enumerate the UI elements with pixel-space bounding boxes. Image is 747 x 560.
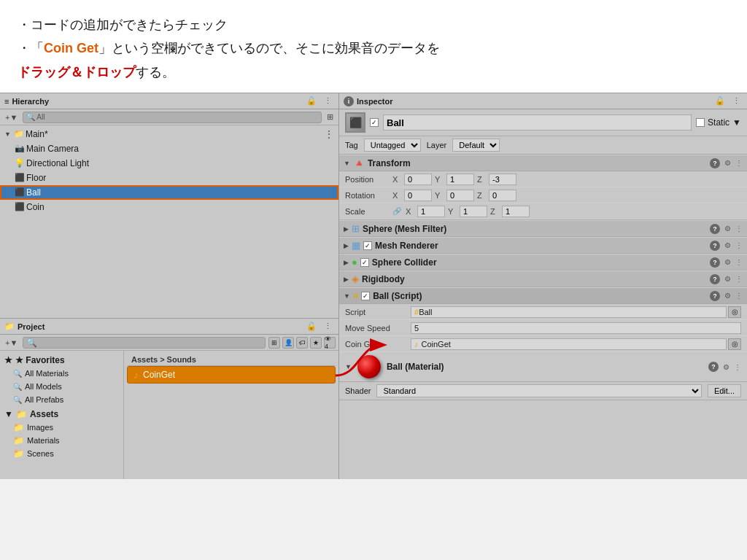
material-more-icon[interactable]: ⋮: [734, 363, 741, 371]
ball-script-header[interactable]: ▼ # Ball (Script) ? ⚙ ⋮: [339, 287, 747, 304]
transform-help-icon[interactable]: ?: [710, 158, 720, 168]
instruction-line3: ドラッグ＆ドロップする。: [18, 61, 729, 84]
transform-more-icon[interactable]: ⋮: [735, 159, 743, 167]
fav-all-materials[interactable]: 🔍 All Materials: [0, 367, 123, 380]
mesh-filter-header[interactable]: ▶ ⊞ Sphere (Mesh Filter) ? ⚙ ⋮: [339, 220, 747, 237]
sphere-collider-checkbox[interactable]: [360, 258, 369, 267]
cube-icon: ⬛: [15, 173, 25, 183]
project-more-icon[interactable]: ⋮: [322, 321, 334, 332]
sphere-collider-title: Sphere Collider: [372, 257, 707, 268]
tag-select[interactable]: Untagged: [364, 139, 421, 152]
mesh-renderer-help-icon[interactable]: ?: [710, 241, 720, 251]
rotation-x[interactable]: [404, 190, 432, 201]
shader-row: Shader Standard Edit...: [339, 382, 747, 400]
item-more-icon[interactable]: ⋮: [324, 128, 334, 140]
hierarchy-item-main-camera[interactable]: 📷 Main Camera: [0, 141, 338, 156]
material-settings-icon[interactable]: ⚙: [723, 363, 729, 371]
star-icon[interactable]: ★: [310, 337, 322, 349]
hierarchy-item-floor[interactable]: ⬛ Floor: [0, 171, 338, 185]
project-lock-icon[interactable]: 🔓: [304, 321, 319, 332]
scale-x[interactable]: [417, 206, 445, 217]
inspector-header: i Inspector 🔓 ⋮: [339, 93, 747, 109]
hierarchy-panel: ≡ Hierarchy 🔓 ⋮ +▼ 🔍 All ⊞ ▼: [0, 93, 338, 319]
assets-materials[interactable]: 📁 Materials: [0, 434, 123, 447]
sphere-collider-more-icon[interactable]: ⋮: [735, 258, 743, 266]
tag-icon[interactable]: 🏷: [296, 337, 308, 349]
move-speed-value[interactable]: 5: [411, 322, 741, 334]
assets-images[interactable]: 📁 Images: [0, 421, 123, 434]
mesh-filter-more-icon[interactable]: ⋮: [735, 225, 743, 233]
mesh-filter-settings-icon[interactable]: ⚙: [724, 225, 731, 233]
layer-label: Layer: [427, 141, 447, 149]
static-label: Static: [708, 117, 729, 128]
hierarchy-more-icon[interactable]: ⋮: [322, 96, 334, 106]
ball-script-checkbox[interactable]: [361, 292, 370, 300]
rigidbody-header[interactable]: ▶ ◈ Rigidbody ? ⚙ ⋮: [339, 271, 747, 287]
coinget-file-item[interactable]: ♪ CoinGet: [127, 366, 336, 384]
position-x[interactable]: [404, 174, 432, 185]
shader-select[interactable]: Standard: [376, 384, 701, 397]
material-help-icon[interactable]: ?: [708, 362, 719, 372]
ball-script-help-icon[interactable]: ?: [710, 291, 720, 301]
coin-get-target-btn[interactable]: ◎: [728, 338, 741, 350]
hierarchy-filter-icon[interactable]: ⊞: [325, 112, 336, 122]
mesh-renderer-header[interactable]: ▶ ▦ Mesh Renderer ? ⚙ ⋮: [339, 237, 747, 254]
position-y[interactable]: [446, 174, 474, 185]
script-target-btn[interactable]: ◎: [728, 306, 741, 318]
position-z[interactable]: [489, 174, 516, 185]
hierarchy-add-btn[interactable]: +▼: [3, 112, 20, 122]
coin-get-row: Coin Get ♪ CoinGet ◎: [339, 336, 747, 352]
sphere-collider-header[interactable]: ▶ ● Sphere Collider ? ⚙ ⋮: [339, 254, 747, 271]
scale-z[interactable]: [502, 206, 530, 217]
material-header[interactable]: ▼ Ball (Material) ? ⚙ ⋮: [339, 352, 747, 382]
hierarchy-item-ball[interactable]: ⬛ Ball: [0, 185, 338, 200]
grid-view-icon[interactable]: ⊞: [268, 337, 280, 349]
transform-settings-icon[interactable]: ⚙: [724, 159, 731, 167]
coin-get-value[interactable]: ♪ CoinGet: [411, 338, 727, 350]
shader-edit-btn[interactable]: Edit...: [708, 384, 741, 397]
object-active-checkbox[interactable]: [370, 118, 379, 127]
fav-all-models[interactable]: 🔍 All Models: [0, 380, 123, 393]
layer-select[interactable]: Default: [452, 139, 500, 152]
hierarchy-lock-icon[interactable]: 🔓: [304, 96, 319, 106]
static-dropdown-icon[interactable]: ▼: [732, 117, 741, 128]
sphere-collider-arrow-icon: ▶: [344, 259, 349, 266]
rotation-z[interactable]: [489, 190, 516, 201]
ball-script-settings-icon[interactable]: ⚙: [724, 292, 731, 300]
fav-all-prefabs[interactable]: 🔍 All Prefabs: [0, 393, 123, 406]
static-checkbox[interactable]: [696, 118, 705, 127]
assets-scenes[interactable]: 📁 Scenes: [0, 447, 123, 460]
sphere-collider-help-icon[interactable]: ?: [710, 257, 720, 268]
move-speed-row: Move Speed 5: [339, 320, 747, 336]
rigidbody-settings-icon[interactable]: ⚙: [724, 275, 731, 283]
inspector-lock-icon[interactable]: 🔓: [713, 96, 727, 106]
rigidbody-more-icon[interactable]: ⋮: [735, 275, 743, 283]
hierarchy-item-main[interactable]: ▼ 📁 Main* ⋮: [0, 127, 338, 141]
sphere-collider-settings-icon[interactable]: ⚙: [724, 258, 731, 266]
search-icon: 🔍: [26, 113, 35, 121]
project-add-btn[interactable]: +▼: [3, 338, 20, 348]
hierarchy-item-dir-light[interactable]: 💡 Directional Light: [0, 156, 338, 171]
transform-title: Transform: [368, 158, 707, 168]
scale-y[interactable]: [460, 206, 487, 217]
transform-component-header[interactable]: ▼ 🔺 Transform ? ⚙ ⋮: [339, 155, 747, 171]
project-search-bar[interactable]: 🔍: [23, 337, 266, 349]
ball-script-more-icon[interactable]: ⋮: [735, 292, 743, 300]
hierarchy-search[interactable]: 🔍 All: [23, 112, 322, 123]
object-name-input[interactable]: [383, 114, 692, 131]
hierarchy-item-coin[interactable]: ⬛ Coin: [0, 200, 338, 214]
mesh-filter-help-icon[interactable]: ?: [710, 224, 720, 234]
position-label: Position: [345, 175, 392, 184]
mesh-renderer-checkbox[interactable]: [363, 241, 372, 250]
inspector-more-icon[interactable]: ⋮: [730, 96, 743, 106]
rotation-y[interactable]: [446, 190, 474, 201]
mesh-renderer-settings-icon[interactable]: ⚙: [724, 241, 731, 249]
person-icon[interactable]: 👤: [282, 337, 294, 349]
inspector-panel: i Inspector 🔓 ⋮ ⬛ Static ▼: [339, 93, 747, 479]
hierarchy-content: ▼ 📁 Main* ⋮ 📷 Main Camera 💡 Directional …: [0, 125, 338, 318]
eye-icon[interactable]: 👁 4: [324, 337, 336, 349]
rigidbody-help-icon[interactable]: ?: [710, 274, 720, 284]
rigidbody-arrow-icon: ▶: [344, 276, 349, 283]
mesh-renderer-more-icon[interactable]: ⋮: [735, 241, 743, 249]
static-bar: Static ▼: [696, 117, 741, 128]
